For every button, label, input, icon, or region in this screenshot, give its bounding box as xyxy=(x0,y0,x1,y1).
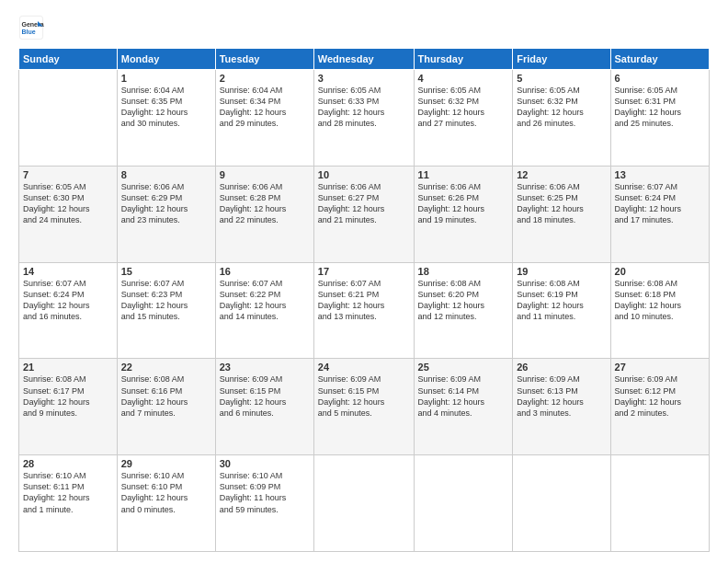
day-number: 13 xyxy=(615,169,705,180)
day-info: Sunrise: 6:06 AM Sunset: 6:29 PM Dayligh… xyxy=(121,181,211,226)
day-info: Sunrise: 6:05 AM Sunset: 6:32 PM Dayligh… xyxy=(517,85,606,130)
day-number: 17 xyxy=(318,266,410,277)
day-number: 20 xyxy=(615,266,705,277)
day-info: Sunrise: 6:08 AM Sunset: 6:19 PM Dayligh… xyxy=(517,278,606,323)
page: General Blue SundayMondayTuesdayWednesda… xyxy=(0,0,728,563)
calendar-week-3: 14Sunrise: 6:07 AM Sunset: 6:24 PM Dayli… xyxy=(19,262,710,359)
day-info: Sunrise: 6:06 AM Sunset: 6:26 PM Dayligh… xyxy=(418,181,509,226)
day-number: 24 xyxy=(318,362,410,373)
day-info: Sunrise: 6:05 AM Sunset: 6:30 PM Dayligh… xyxy=(23,181,113,226)
day-number: 28 xyxy=(23,458,113,469)
svg-rect-0 xyxy=(19,16,42,39)
day-info: Sunrise: 6:05 AM Sunset: 6:32 PM Dayligh… xyxy=(418,85,509,130)
day-number: 5 xyxy=(517,73,606,84)
header: General Blue xyxy=(18,15,710,40)
day-number: 11 xyxy=(418,169,509,180)
calendar-cell: 6Sunrise: 6:05 AM Sunset: 6:31 PM Daylig… xyxy=(610,70,709,167)
calendar-cell xyxy=(19,70,118,167)
calendar-cell: 14Sunrise: 6:07 AM Sunset: 6:24 PM Dayli… xyxy=(19,262,118,359)
calendar-header-sunday: Sunday xyxy=(19,49,118,70)
calendar-week-1: 1Sunrise: 6:04 AM Sunset: 6:35 PM Daylig… xyxy=(19,70,710,167)
day-number: 25 xyxy=(418,362,509,373)
calendar-cell: 15Sunrise: 6:07 AM Sunset: 6:23 PM Dayli… xyxy=(117,262,215,359)
day-info: Sunrise: 6:07 AM Sunset: 6:21 PM Dayligh… xyxy=(318,278,410,323)
calendar-cell: 26Sunrise: 6:09 AM Sunset: 6:13 PM Dayli… xyxy=(513,359,610,455)
day-info: Sunrise: 6:04 AM Sunset: 6:35 PM Dayligh… xyxy=(121,85,211,130)
calendar-cell xyxy=(414,455,513,552)
logo: General Blue xyxy=(18,15,44,40)
day-info: Sunrise: 6:09 AM Sunset: 6:15 PM Dayligh… xyxy=(220,373,310,419)
day-info: Sunrise: 6:09 AM Sunset: 6:14 PM Dayligh… xyxy=(418,373,509,419)
calendar-week-5: 28Sunrise: 6:10 AM Sunset: 6:11 PM Dayli… xyxy=(19,455,710,552)
day-info: Sunrise: 6:07 AM Sunset: 6:24 PM Dayligh… xyxy=(23,278,113,323)
calendar-header-row: SundayMondayTuesdayWednesdayThursdayFrid… xyxy=(19,49,710,70)
day-number: 12 xyxy=(517,169,606,180)
calendar-table: SundayMondayTuesdayWednesdayThursdayFrid… xyxy=(18,48,710,552)
day-number: 10 xyxy=(318,169,410,180)
calendar-cell: 3Sunrise: 6:05 AM Sunset: 6:33 PM Daylig… xyxy=(313,70,414,167)
calendar-header-thursday: Thursday xyxy=(414,49,513,70)
day-info: Sunrise: 6:04 AM Sunset: 6:34 PM Dayligh… xyxy=(220,85,310,130)
day-number: 6 xyxy=(615,73,705,84)
calendar-header-saturday: Saturday xyxy=(610,49,709,70)
day-info: Sunrise: 6:10 AM Sunset: 6:11 PM Dayligh… xyxy=(23,470,113,515)
day-number: 26 xyxy=(517,362,606,373)
day-info: Sunrise: 6:08 AM Sunset: 6:18 PM Dayligh… xyxy=(615,278,705,323)
calendar-cell: 2Sunrise: 6:04 AM Sunset: 6:34 PM Daylig… xyxy=(215,70,313,167)
calendar-cell: 17Sunrise: 6:07 AM Sunset: 6:21 PM Dayli… xyxy=(313,262,414,359)
calendar-cell: 9Sunrise: 6:06 AM Sunset: 6:28 PM Daylig… xyxy=(215,166,313,262)
calendar-cell: 1Sunrise: 6:04 AM Sunset: 6:35 PM Daylig… xyxy=(117,70,215,167)
day-info: Sunrise: 6:08 AM Sunset: 6:16 PM Dayligh… xyxy=(121,373,211,419)
svg-text:Blue: Blue xyxy=(22,29,36,35)
day-info: Sunrise: 6:06 AM Sunset: 6:28 PM Dayligh… xyxy=(220,181,310,226)
day-number: 30 xyxy=(220,458,310,469)
day-info: Sunrise: 6:07 AM Sunset: 6:22 PM Dayligh… xyxy=(220,278,310,323)
calendar-cell: 16Sunrise: 6:07 AM Sunset: 6:22 PM Dayli… xyxy=(215,262,313,359)
calendar-header-friday: Friday xyxy=(513,49,610,70)
day-number: 3 xyxy=(318,73,410,84)
day-info: Sunrise: 6:05 AM Sunset: 6:31 PM Dayligh… xyxy=(615,85,705,130)
calendar-cell: 28Sunrise: 6:10 AM Sunset: 6:11 PM Dayli… xyxy=(19,455,118,552)
calendar-cell: 24Sunrise: 6:09 AM Sunset: 6:15 PM Dayli… xyxy=(313,359,414,455)
calendar-cell: 13Sunrise: 6:07 AM Sunset: 6:24 PM Dayli… xyxy=(610,166,709,262)
calendar-cell: 8Sunrise: 6:06 AM Sunset: 6:29 PM Daylig… xyxy=(117,166,215,262)
calendar-cell: 12Sunrise: 6:06 AM Sunset: 6:25 PM Dayli… xyxy=(513,166,610,262)
calendar-cell: 30Sunrise: 6:10 AM Sunset: 6:09 PM Dayli… xyxy=(215,455,313,552)
calendar-header-wednesday: Wednesday xyxy=(313,49,414,70)
day-number: 22 xyxy=(121,362,211,373)
day-number: 29 xyxy=(121,458,211,469)
calendar-cell: 19Sunrise: 6:08 AM Sunset: 6:19 PM Dayli… xyxy=(513,262,610,359)
calendar-cell: 21Sunrise: 6:08 AM Sunset: 6:17 PM Dayli… xyxy=(19,359,118,455)
calendar-cell xyxy=(313,455,414,552)
calendar-week-2: 7Sunrise: 6:05 AM Sunset: 6:30 PM Daylig… xyxy=(19,166,710,262)
calendar-week-4: 21Sunrise: 6:08 AM Sunset: 6:17 PM Dayli… xyxy=(19,359,710,455)
calendar-cell: 4Sunrise: 6:05 AM Sunset: 6:32 PM Daylig… xyxy=(414,70,513,167)
calendar-cell: 7Sunrise: 6:05 AM Sunset: 6:30 PM Daylig… xyxy=(19,166,118,262)
logo-icon: General Blue xyxy=(18,15,44,40)
calendar-header-monday: Monday xyxy=(117,49,215,70)
calendar-cell: 5Sunrise: 6:05 AM Sunset: 6:32 PM Daylig… xyxy=(513,70,610,167)
day-number: 19 xyxy=(517,266,606,277)
day-number: 21 xyxy=(23,362,113,373)
day-info: Sunrise: 6:08 AM Sunset: 6:17 PM Dayligh… xyxy=(23,373,113,419)
day-number: 7 xyxy=(23,169,113,180)
day-info: Sunrise: 6:06 AM Sunset: 6:27 PM Dayligh… xyxy=(318,181,410,226)
calendar-cell xyxy=(513,455,610,552)
day-number: 18 xyxy=(418,266,509,277)
day-info: Sunrise: 6:09 AM Sunset: 6:12 PM Dayligh… xyxy=(615,373,705,419)
day-number: 8 xyxy=(121,169,211,180)
day-info: Sunrise: 6:09 AM Sunset: 6:15 PM Dayligh… xyxy=(318,373,410,419)
calendar-cell: 18Sunrise: 6:08 AM Sunset: 6:20 PM Dayli… xyxy=(414,262,513,359)
calendar-cell xyxy=(610,455,709,552)
calendar-cell: 27Sunrise: 6:09 AM Sunset: 6:12 PM Dayli… xyxy=(610,359,709,455)
day-number: 14 xyxy=(23,266,113,277)
calendar-cell: 10Sunrise: 6:06 AM Sunset: 6:27 PM Dayli… xyxy=(313,166,414,262)
day-info: Sunrise: 6:07 AM Sunset: 6:24 PM Dayligh… xyxy=(615,181,705,226)
calendar-cell: 22Sunrise: 6:08 AM Sunset: 6:16 PM Dayli… xyxy=(117,359,215,455)
day-info: Sunrise: 6:10 AM Sunset: 6:10 PM Dayligh… xyxy=(121,470,211,515)
day-number: 15 xyxy=(121,266,211,277)
day-number: 1 xyxy=(121,73,211,84)
day-number: 2 xyxy=(220,73,310,84)
calendar-cell: 20Sunrise: 6:08 AM Sunset: 6:18 PM Dayli… xyxy=(610,262,709,359)
day-info: Sunrise: 6:08 AM Sunset: 6:20 PM Dayligh… xyxy=(418,278,509,323)
